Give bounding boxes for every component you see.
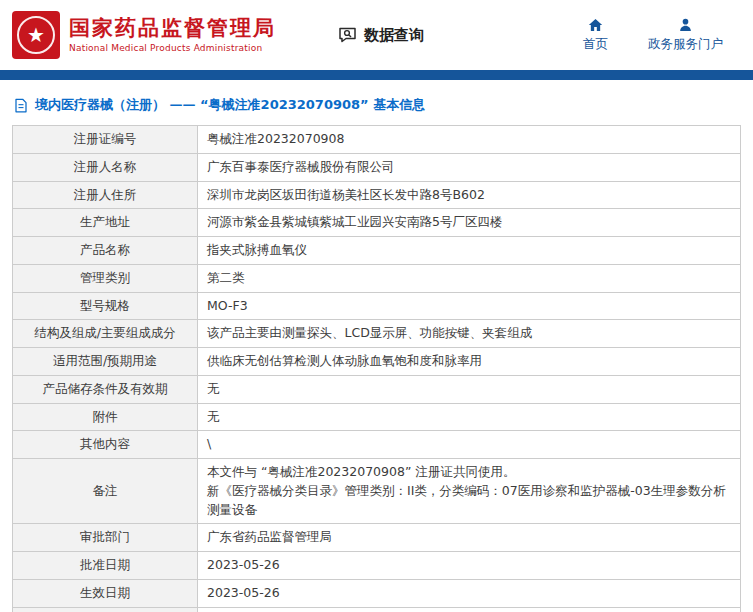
row-value: 深圳市龙岗区坂田街道杨美社区长发中路8号B602 [198,181,741,209]
breadcrumb: 境内医疗器械（注册） —— “粤械注准20232070908” 基本信息 [14,96,741,114]
row-value: 广东百事泰医疗器械股份有限公司 [198,153,741,181]
table-row: 注册人住所深圳市龙岗区坂田街道杨美社区长发中路8号B602 [13,181,741,209]
page-title: 境内医疗器械（注册） —— “粤械注准20232070908” 基本信息 [35,96,425,114]
row-value: 指夹式脉搏血氧仪 [198,237,741,265]
portal-label: 政务服务门户 [648,36,723,53]
row-label: 型号规格 [13,292,198,320]
person-icon [677,17,694,33]
row-value: 广东省药品监督管理局 [198,524,741,552]
table-row: 管理类别第二类 [13,264,741,292]
row-label: 审批部门 [13,524,198,552]
row-value: 无 [198,375,741,403]
row-label: 注册人名称 [13,153,198,181]
portal-link[interactable]: 政务服务门户 [648,17,723,53]
row-label: 附件 [13,403,198,431]
row-label: 其他内容 [13,431,198,459]
row-value: 2023-05-26 [198,579,741,607]
table-row: 批准日期2023-05-26 [13,552,741,580]
row-value: 河源市紫金县紫城镇紫城工业园兴安南路5号厂区四楼 [198,209,741,237]
row-label: 结构及组成/主要组成成分 [13,320,198,348]
nmpa-emblem-logo: ★ [12,11,60,59]
row-label: 注册人住所 [13,181,198,209]
table-row: 生效日期2023-05-26 [13,579,741,607]
main-content: 境内医疗器械（注册） —— “粤械注准20232070908” 基本信息 注册证… [0,80,753,612]
table-row: 审批部门广东省药品监督管理局 [13,524,741,552]
table-row: 产品名称指夹式脉搏血氧仪 [13,237,741,265]
brand: ★ 国家药品监督管理局 National Medical Products Ad… [12,11,276,59]
home-link[interactable]: 首页 [583,17,608,53]
data-query-label: 数据查询 [364,26,424,45]
row-value: 该产品主要由测量探头、LCD显示屏、功能按键、夹套组成 [198,320,741,348]
row-label: 备注 [13,459,198,524]
row-value: 2023-05-26 [198,552,741,580]
brand-text: 国家药品监督管理局 National Medical Products Admi… [69,17,276,53]
table-row: 适用范围/预期用途供临床无创估算检测人体动脉血氧饱和度和脉率用 [13,348,741,376]
row-label: 适用范围/预期用途 [13,348,198,376]
row-value: 第二类 [198,264,741,292]
row-value: 2028-05-25 [198,607,741,612]
row-label: 批准日期 [13,552,198,580]
row-value: 无 [198,403,741,431]
document-icon [14,98,28,113]
row-label: 注册证编号 [13,126,198,154]
table-row: 注册人名称广东百事泰医疗器械股份有限公司 [13,153,741,181]
org-name-en: National Medical Products Administration [69,43,276,53]
row-label: 生效日期 [13,579,198,607]
row-label: 有效期至 [13,607,198,612]
row-label: 管理类别 [13,264,198,292]
org-name: 国家药品监督管理局 [69,17,276,40]
row-value: \ [198,431,741,459]
row-value: 本文件与 “粤械注准20232070908” 注册证共同使用。 新《医疗器械分类… [198,459,741,524]
row-value: MO-F3 [198,292,741,320]
row-label: 产品储存条件及有效期 [13,375,198,403]
table-row: 产品储存条件及有效期无 [13,375,741,403]
table-row: 生产地址河源市紫金县紫城镇紫城工业园兴安南路5号厂区四楼 [13,209,741,237]
row-label: 产品名称 [13,237,198,265]
row-value: 粤械注准20232070908 [198,126,741,154]
table-row: 型号规格MO-F3 [13,292,741,320]
table-row: 结构及组成/主要组成成分该产品主要由测量探头、LCD显示屏、功能按键、夹套组成 [13,320,741,348]
data-query-nav[interactable]: 数据查询 [338,26,424,45]
site-header: ★ 国家药品监督管理局 National Medical Products Ad… [0,0,753,70]
table-row: 注册证编号粤械注准20232070908 [13,126,741,154]
row-value: 供临床无创估算检测人体动脉血氧饱和度和脉率用 [198,348,741,376]
registration-info-table: 注册证编号粤械注准20232070908注册人名称广东百事泰医疗器械股份有限公司… [12,125,741,612]
header-divider-bar [0,70,753,80]
top-links: 首页 政务服务门户 [583,17,737,53]
table-row: 有效期至2028-05-25 [13,607,741,612]
home-icon [587,17,604,33]
table-row: 附件无 [13,403,741,431]
table-row: 备注本文件与 “粤械注准20232070908” 注册证共同使用。 新《医疗器械… [13,459,741,524]
row-label: 生产地址 [13,209,198,237]
home-label: 首页 [583,36,608,53]
speech-bubble-search-icon [338,26,357,44]
table-row: 其他内容\ [13,431,741,459]
